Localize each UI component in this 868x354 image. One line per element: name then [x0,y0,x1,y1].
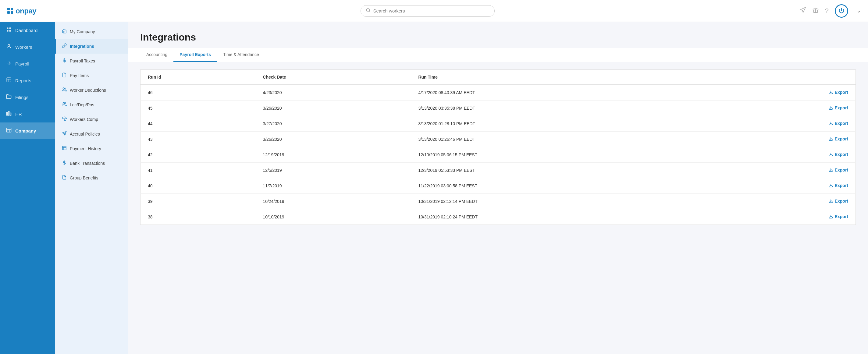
sidebar-item-reports[interactable]: Reports [0,72,55,89]
sidebar-item-dashboard[interactable]: Dashboard [0,22,55,39]
export-button-2[interactable]: Export [829,121,848,126]
content-area: Integrations Accounting Payroll Exports … [128,22,868,354]
svg-rect-4 [7,27,8,29]
sidebar-item-hr[interactable]: HR [0,106,55,123]
sidebar-item-payroll[interactable]: Payroll [0,56,55,72]
sec-nav-my-company[interactable]: My Company [55,24,128,39]
svg-rect-13 [8,111,9,116]
payroll-icon [6,60,11,67]
sec-nav-payment-history[interactable]: Payment History [55,141,128,156]
sec-nav-bank-transactions[interactable]: Bank Transactions [55,156,128,171]
table-row: 42 12/19/2019 12/10/2019 05:06:15 PM EES… [141,147,856,163]
cell-run-time: 12/3/2019 05:53:33 PM EEST [411,163,714,178]
my-company-icon [62,29,67,35]
sidebar-item-workers[interactable]: Workers [0,39,55,56]
cell-export: Export [714,194,856,209]
export-button-3[interactable]: Export [829,136,848,141]
logo-dots [7,8,13,14]
tab-payroll-exports[interactable]: Payroll Exports [174,48,217,62]
power-button[interactable] [835,4,848,18]
col-header-check-date: Check Date [255,70,411,85]
hr-icon [6,110,11,118]
cell-run-time: 12/10/2019 05:06:15 PM EEST [411,147,714,163]
cell-run-time: 3/13/2020 03:35:38 PM EEDT [411,100,714,116]
worker-deductions-icon [62,87,67,93]
chevron-down-icon[interactable]: ⌄ [857,8,861,14]
megaphone-icon[interactable] [799,7,806,15]
sidebar-label-filings: Filings [15,95,28,100]
cell-export: Export [714,209,856,225]
cell-run-id: 39 [141,194,256,209]
export-button-5[interactable]: Export [829,167,848,172]
tab-time-attendance[interactable]: Time & Attendance [217,48,265,62]
table-row: 39 10/24/2019 10/31/2019 02:12:14 PM EED… [141,194,856,209]
tab-accounting[interactable]: Accounting [140,48,174,62]
search-input[interactable] [373,8,490,13]
cell-run-time: 3/13/2020 01:26:46 PM EEDT [411,132,714,147]
cell-run-id: 45 [141,100,256,116]
sec-nav-payroll-taxes[interactable]: Payroll Taxes [55,54,128,68]
gift-icon[interactable] [812,7,819,15]
table-row: 43 3/26/2020 3/13/2020 01:26:46 PM EEDT … [141,132,856,147]
cell-check-date: 12/5/2019 [255,163,411,178]
search-box [361,5,495,17]
svg-point-0 [366,8,370,12]
table-row: 40 11/7/2019 11/22/2019 03:00:58 PM EEST… [141,178,856,194]
dashboard-icon [6,27,11,34]
sidebar-label-payroll: Payroll [15,61,29,66]
table-row: 44 3/27/2020 3/13/2020 01:28:10 PM EEDT … [141,116,856,132]
logo-dot-4 [11,11,13,14]
sec-nav-accrual-policies[interactable]: Accrual Policies [55,127,128,141]
integrations-icon [62,43,67,50]
cell-export: Export [714,132,856,147]
cell-export: Export [714,116,856,132]
help-icon[interactable]: ? [825,7,829,15]
svg-rect-9 [7,78,11,82]
svg-rect-6 [7,30,8,32]
search-icon [366,8,371,14]
table-container: Run Id Check Date Run Time 46 4/23/2020 … [128,62,868,354]
sec-nav-group-benefits[interactable]: Group Benefits [55,171,128,185]
cell-check-date: 3/27/2020 [255,116,411,132]
cell-run-id: 46 [141,85,256,100]
pay-items-icon [62,72,67,78]
export-button-8[interactable]: Export [829,214,848,219]
primary-sidebar: Dashboard Workers Payroll Reports Filing… [0,22,55,354]
sec-nav-label-pay-items: Pay Items [70,73,89,78]
sec-nav-loc-dep-pos[interactable]: Loc/Dep/Pos [55,97,128,112]
col-header-run-id: Run Id [141,70,256,85]
sidebar-item-company[interactable]: Company [0,123,55,139]
cell-check-date: 11/7/2019 [255,178,411,194]
sec-nav-label-worker-deductions: Worker Deductions [70,88,106,93]
sec-nav-label-my-company: My Company [70,29,95,34]
cell-check-date: 3/26/2020 [255,100,411,116]
header-icons: ? ⌄ [799,4,861,18]
table-row: 41 12/5/2019 12/3/2019 05:53:33 PM EEST … [141,163,856,178]
logo-text: onpay [16,7,36,15]
cell-check-date: 12/19/2019 [255,147,411,163]
cell-export: Export [714,147,856,163]
sec-nav-pay-items[interactable]: Pay Items [55,68,128,83]
cell-run-time: 10/31/2019 02:12:14 PM EEDT [411,194,714,209]
workers-icon [6,43,11,51]
cell-export: Export [714,100,856,116]
sidebar-label-dashboard: Dashboard [15,28,37,33]
export-button-1[interactable]: Export [829,105,848,110]
filings-icon [6,94,11,101]
export-button-4[interactable]: Export [829,152,848,157]
cell-run-id: 43 [141,132,256,147]
col-header-action [714,70,856,85]
sec-nav-worker-deductions[interactable]: Worker Deductions [55,83,128,97]
export-button-0[interactable]: Export [829,90,848,95]
export-button-6[interactable]: Export [829,183,848,188]
sidebar-item-filings[interactable]: Filings [0,89,55,106]
main-layout: Dashboard Workers Payroll Reports Filing… [0,22,868,354]
cell-run-time: 3/13/2020 01:28:10 PM EEDT [411,116,714,132]
export-button-7[interactable]: Export [829,199,848,203]
cell-export: Export [714,163,856,178]
sec-nav-integrations[interactable]: Integrations [55,39,128,54]
svg-point-17 [63,88,64,89]
svg-rect-15 [7,128,11,132]
sec-nav-workers-comp[interactable]: Workers Comp [55,112,128,127]
group-benefits-icon [62,175,67,181]
